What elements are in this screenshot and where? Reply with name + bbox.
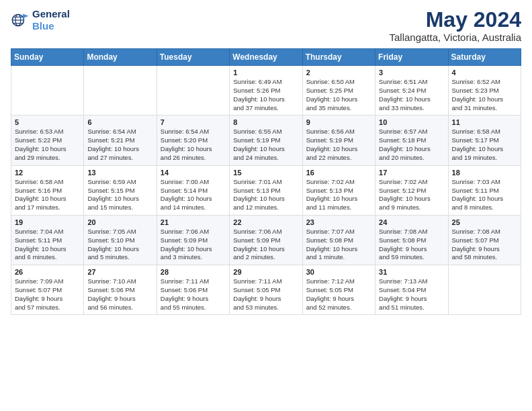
day-of-week-header: Friday [375, 49, 448, 66]
title-block: May 2024 Tallangatta, Victoria, Australi… [389, 8, 521, 43]
day-number: 5 [15, 118, 80, 126]
calendar-cell: 5Sunrise: 6:53 AM Sunset: 5:22 PM Daylig… [11, 116, 84, 165]
day-number: 21 [161, 218, 226, 226]
page: General Blue May 2024 Tallangatta, Victo… [0, 0, 532, 411]
logo-icon [11, 11, 30, 30]
day-of-week-header: Wednesday [230, 49, 302, 66]
calendar-cell: 27Sunrise: 7:10 AM Sunset: 5:06 PM Dayli… [84, 265, 157, 315]
day-info: Sunrise: 7:12 AM Sunset: 5:05 PM Dayligh… [306, 277, 371, 312]
calendar-cell: 15Sunrise: 7:01 AM Sunset: 5:13 PM Dayli… [230, 165, 302, 215]
day-info: Sunrise: 6:54 AM Sunset: 5:21 PM Dayligh… [87, 128, 152, 162]
calendar-cell: 1Sunrise: 6:49 AM Sunset: 5:26 PM Daylig… [230, 66, 302, 116]
day-number: 25 [452, 218, 517, 226]
calendar-cell: 11Sunrise: 6:58 AM Sunset: 5:17 PM Dayli… [448, 116, 521, 165]
day-number: 17 [379, 169, 444, 177]
day-info: Sunrise: 6:52 AM Sunset: 5:23 PM Dayligh… [452, 78, 517, 112]
calendar-cell [84, 66, 157, 116]
day-number: 8 [233, 118, 298, 126]
day-number: 29 [233, 268, 298, 276]
calendar-week-row: 5Sunrise: 6:53 AM Sunset: 5:22 PM Daylig… [11, 116, 521, 165]
day-number: 30 [306, 268, 371, 276]
day-number: 24 [379, 218, 444, 226]
day-number: 18 [452, 169, 517, 177]
calendar-cell: 9Sunrise: 6:56 AM Sunset: 5:19 PM Daylig… [302, 116, 375, 165]
day-info: Sunrise: 7:08 AM Sunset: 5:07 PM Dayligh… [452, 228, 517, 262]
day-info: Sunrise: 7:10 AM Sunset: 5:06 PM Dayligh… [87, 277, 152, 312]
day-number: 13 [87, 169, 152, 177]
day-number: 2 [306, 68, 371, 77]
day-number: 10 [379, 118, 444, 126]
calendar-cell: 13Sunrise: 6:59 AM Sunset: 5:15 PM Dayli… [84, 165, 157, 215]
logo-blue: Blue [32, 20, 70, 32]
calendar-cell: 10Sunrise: 6:57 AM Sunset: 5:18 PM Dayli… [375, 116, 448, 165]
day-info: Sunrise: 7:06 AM Sunset: 5:09 PM Dayligh… [161, 228, 226, 262]
calendar-cell: 6Sunrise: 6:54 AM Sunset: 5:21 PM Daylig… [84, 116, 157, 165]
days-of-week-row: SundayMondayTuesdayWednesdayThursdayFrid… [11, 49, 521, 66]
calendar-week-row: 19Sunrise: 7:04 AM Sunset: 5:11 PM Dayli… [11, 215, 521, 265]
day-info: Sunrise: 7:02 AM Sunset: 5:12 PM Dayligh… [379, 178, 444, 212]
day-info: Sunrise: 7:11 AM Sunset: 5:05 PM Dayligh… [233, 277, 298, 312]
day-info: Sunrise: 7:04 AM Sunset: 5:11 PM Dayligh… [15, 228, 80, 262]
logo-general: General [32, 8, 70, 20]
calendar-cell: 23Sunrise: 7:07 AM Sunset: 5:08 PM Dayli… [302, 215, 375, 265]
day-number: 7 [161, 118, 226, 126]
day-info: Sunrise: 6:58 AM Sunset: 5:16 PM Dayligh… [15, 178, 80, 212]
calendar-cell [11, 66, 84, 116]
day-info: Sunrise: 6:57 AM Sunset: 5:18 PM Dayligh… [379, 128, 444, 162]
calendar-cell: 22Sunrise: 7:06 AM Sunset: 5:09 PM Dayli… [230, 215, 302, 265]
day-number: 27 [87, 268, 152, 276]
day-of-week-header: Sunday [11, 49, 84, 66]
day-info: Sunrise: 7:01 AM Sunset: 5:13 PM Dayligh… [233, 178, 298, 212]
day-number: 12 [15, 169, 80, 177]
calendar-cell [157, 66, 229, 116]
day-info: Sunrise: 6:49 AM Sunset: 5:26 PM Dayligh… [233, 78, 298, 112]
day-number: 15 [233, 169, 298, 177]
calendar-cell: 29Sunrise: 7:11 AM Sunset: 5:05 PM Dayli… [230, 265, 302, 315]
calendar-cell: 2Sunrise: 6:50 AM Sunset: 5:25 PM Daylig… [302, 66, 375, 116]
calendar-cell: 31Sunrise: 7:13 AM Sunset: 5:04 PM Dayli… [375, 265, 448, 315]
day-number: 23 [306, 218, 371, 226]
day-number: 1 [233, 68, 298, 77]
calendar-cell: 30Sunrise: 7:12 AM Sunset: 5:05 PM Dayli… [302, 265, 375, 315]
calendar-cell: 28Sunrise: 7:11 AM Sunset: 5:06 PM Dayli… [157, 265, 229, 315]
day-info: Sunrise: 6:55 AM Sunset: 5:19 PM Dayligh… [233, 128, 298, 162]
header: General Blue May 2024 Tallangatta, Victo… [11, 8, 521, 43]
svg-marker-5 [24, 14, 29, 18]
day-info: Sunrise: 6:50 AM Sunset: 5:25 PM Dayligh… [306, 78, 371, 112]
day-of-week-header: Saturday [448, 49, 521, 66]
day-number: 16 [306, 169, 371, 177]
logo: General Blue [11, 8, 70, 32]
calendar-cell: 3Sunrise: 6:51 AM Sunset: 5:24 PM Daylig… [375, 66, 448, 116]
day-number: 28 [161, 268, 226, 276]
calendar-cell: 17Sunrise: 7:02 AM Sunset: 5:12 PM Dayli… [375, 165, 448, 215]
calendar-header: SundayMondayTuesdayWednesdayThursdayFrid… [11, 49, 521, 66]
calendar-cell: 16Sunrise: 7:02 AM Sunset: 5:13 PM Dayli… [302, 165, 375, 215]
calendar-cell: 14Sunrise: 7:00 AM Sunset: 5:14 PM Dayli… [157, 165, 229, 215]
day-info: Sunrise: 7:09 AM Sunset: 5:07 PM Dayligh… [15, 277, 80, 312]
day-number: 14 [161, 169, 226, 177]
day-number: 31 [379, 268, 444, 276]
calendar-cell: 26Sunrise: 7:09 AM Sunset: 5:07 PM Dayli… [11, 265, 84, 315]
calendar-body: 1Sunrise: 6:49 AM Sunset: 5:26 PM Daylig… [11, 66, 521, 315]
calendar-table: SundayMondayTuesdayWednesdayThursdayFrid… [11, 48, 521, 315]
calendar-cell: 12Sunrise: 6:58 AM Sunset: 5:16 PM Dayli… [11, 165, 84, 215]
day-number: 6 [87, 118, 152, 126]
day-of-week-header: Tuesday [157, 49, 229, 66]
calendar-week-row: 12Sunrise: 6:58 AM Sunset: 5:16 PM Dayli… [11, 165, 521, 215]
day-info: Sunrise: 6:53 AM Sunset: 5:22 PM Dayligh… [15, 128, 80, 162]
calendar-cell: 25Sunrise: 7:08 AM Sunset: 5:07 PM Dayli… [448, 215, 521, 265]
day-number: 26 [15, 268, 80, 276]
day-info: Sunrise: 7:06 AM Sunset: 5:09 PM Dayligh… [233, 228, 298, 262]
day-info: Sunrise: 7:11 AM Sunset: 5:06 PM Dayligh… [161, 277, 226, 312]
day-number: 4 [452, 68, 517, 77]
calendar-cell: 18Sunrise: 7:03 AM Sunset: 5:11 PM Dayli… [448, 165, 521, 215]
day-number: 22 [233, 218, 298, 226]
day-info: Sunrise: 7:05 AM Sunset: 5:10 PM Dayligh… [87, 228, 152, 262]
logo-text: General Blue [32, 8, 70, 32]
day-info: Sunrise: 6:56 AM Sunset: 5:19 PM Dayligh… [306, 128, 371, 162]
day-info: Sunrise: 7:03 AM Sunset: 5:11 PM Dayligh… [452, 178, 517, 212]
calendar-week-row: 1Sunrise: 6:49 AM Sunset: 5:26 PM Daylig… [11, 66, 521, 116]
day-info: Sunrise: 7:13 AM Sunset: 5:04 PM Dayligh… [379, 277, 444, 312]
calendar-cell: 8Sunrise: 6:55 AM Sunset: 5:19 PM Daylig… [230, 116, 302, 165]
calendar-cell: 4Sunrise: 6:52 AM Sunset: 5:23 PM Daylig… [448, 66, 521, 116]
